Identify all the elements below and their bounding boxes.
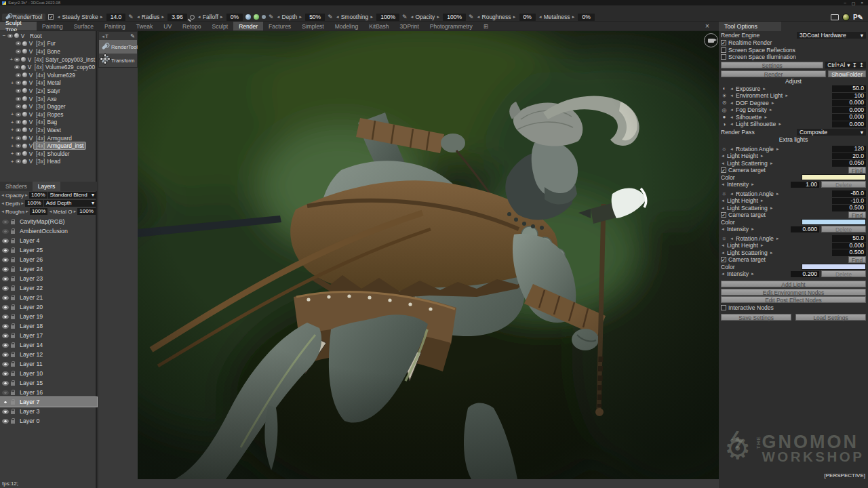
radius-value[interactable]: 3.96 — [167, 14, 187, 21]
layer-lock-icon[interactable] — [11, 316, 15, 319]
falloff-value[interactable]: 0% — [226, 14, 243, 21]
interactive-nodes-checkbox[interactable] — [721, 305, 726, 310]
layer-row[interactable]: Layer 20 — [0, 302, 97, 312]
room-tab[interactable]: Simplest — [296, 22, 330, 30]
expand-icon[interactable]: + — [9, 111, 15, 117]
magnifier-icon[interactable] — [190, 15, 195, 20]
visibility-eye-icon[interactable] — [16, 144, 21, 148]
layer-depth-value[interactable]: 100% — [25, 200, 43, 207]
add-room-icon[interactable]: ⊞ — [478, 22, 494, 30]
intensity-value[interactable]: 1.00 — [791, 182, 819, 188]
visibility-eye-icon[interactable] — [16, 136, 21, 140]
expand-icon[interactable]: + — [9, 159, 15, 165]
layer-visibility-eye-icon[interactable] — [2, 267, 9, 272]
room-tab[interactable]: 3DPrint — [395, 22, 425, 30]
tree-row[interactable]: + V [4x] Metal — [0, 79, 97, 87]
layer-visibility-eye-icon[interactable] — [2, 305, 9, 310]
visibility-eye-icon[interactable] — [16, 73, 21, 77]
paint-mode-icon[interactable]: P✎ — [853, 14, 863, 21]
edit-pencil-icon[interactable]: ✎ — [130, 33, 135, 39]
tree-row[interactable]: V [4x] Volume629_copy00 — [0, 63, 97, 71]
tree-row[interactable]: + V [4x] Armguard — [0, 134, 97, 142]
edit-pencil-icon[interactable]: ✎ — [469, 14, 474, 20]
layer-row[interactable]: Layer 11 — [0, 359, 97, 369]
tree-row[interactable]: V [4x] Volume629 — [0, 71, 97, 79]
layer-row[interactable]: Layer 18 — [0, 321, 97, 331]
light-height-value[interactable]: 20.0 — [832, 153, 866, 160]
voxel-mode-label[interactable]: V — [26, 56, 32, 63]
tree-row[interactable]: V [2x] Fur — [0, 40, 97, 48]
layer-row[interactable]: Layer 10 — [0, 369, 97, 378]
shader-ball-icon[interactable] — [22, 41, 27, 46]
layer-lock-icon[interactable] — [11, 287, 15, 291]
shader-ball-icon[interactable] — [14, 33, 19, 38]
visibility-eye-icon[interactable] — [16, 49, 21, 54]
shader-ball-icon[interactable] — [22, 81, 27, 85]
light-color-swatch[interactable] — [802, 174, 866, 180]
voxel-mode-label[interactable]: V — [20, 33, 26, 39]
viewport[interactable] — [138, 31, 719, 479]
layer-visibility-eye-icon[interactable] — [2, 371, 9, 376]
tree-row[interactable]: V [4x] Bone — [0, 47, 97, 56]
shader-ball-icon[interactable] — [22, 112, 27, 117]
adjust-value[interactable]: 0.000 — [832, 107, 866, 114]
layer-lock-icon[interactable] — [11, 401, 15, 405]
stepper-left-icon[interactable]: ◄ — [56, 15, 60, 19]
visibility-eye-icon[interactable] — [16, 159, 21, 163]
silhouette-icon[interactable]: ● ◄ Silhouette ► 0.000 — [719, 114, 868, 121]
settings-button[interactable]: Settings — [721, 62, 823, 68]
rotation-angle-value[interactable]: -80.0 — [832, 190, 866, 197]
brush-circle-icon[interactable] — [254, 14, 259, 20]
load-settings-button[interactable]: Load Settings — [795, 314, 866, 321]
layer-visibility-eye-icon[interactable] — [2, 239, 9, 243]
brush-sphere-icon[interactable] — [245, 14, 251, 20]
layer-lock-icon[interactable] — [11, 306, 15, 310]
adjust-value[interactable]: 100 — [832, 93, 866, 100]
light-color-swatch[interactable] — [802, 264, 866, 270]
layer-visibility-eye-icon[interactable] — [2, 390, 9, 395]
layer-visibility-eye-icon[interactable] — [2, 409, 9, 414]
tool-popup-item[interactable]: RenderTool — [99, 40, 137, 54]
layer-lock-icon[interactable] — [11, 411, 15, 414]
camera-target-checkbox[interactable]: ✓ — [721, 167, 726, 173]
smoothing-value[interactable]: 100% — [376, 14, 399, 21]
light-color-swatch[interactable] — [802, 219, 866, 225]
light-scattering-value[interactable]: 0.050 — [832, 160, 866, 167]
edit-pencil-icon[interactable]: ✎ — [402, 14, 408, 20]
voxel-mode-label[interactable]: V — [28, 142, 34, 149]
minimize-button[interactable]: – — [844, 1, 846, 5]
layer-lock-icon[interactable] — [11, 325, 15, 329]
layer-lock-icon[interactable] — [11, 382, 15, 386]
layer-row[interactable]: Layer 23 — [0, 274, 97, 283]
voxel-mode-label[interactable]: V — [28, 135, 34, 142]
layer-visibility-eye-icon[interactable] — [2, 296, 9, 300]
room-tab[interactable]: Factures — [263, 22, 296, 30]
visibility-eye-icon[interactable] — [16, 128, 21, 132]
shader-ball-icon[interactable] — [22, 104, 27, 109]
layer-visibility-eye-icon[interactable] — [2, 314, 9, 319]
roughness-stepper[interactable]: ◄ Roughness ► — [477, 14, 517, 20]
steady-stroke-checkbox[interactable]: ✓ — [48, 14, 54, 20]
panel-tab[interactable]: Sculpt Tree — [0, 22, 37, 30]
tree-row[interactable]: V [3x] Axe — [0, 95, 97, 103]
edit-post-effect-nodes-button[interactable]: Edit Post Effect Nodes — [721, 296, 866, 303]
brush-rotate-icon[interactable] — [262, 15, 266, 19]
voxel-mode-label[interactable]: V — [28, 40, 34, 47]
camera-target-checkbox[interactable]: ✓ — [721, 257, 726, 262]
layer-visibility-eye-icon[interactable] — [2, 400, 9, 405]
layer-row[interactable]: Layer 16 — [0, 388, 97, 397]
visibility-eye-icon[interactable] — [14, 65, 20, 69]
blend-mode-dropdown[interactable]: Standard Blend▾ — [48, 192, 97, 199]
steady-stroke-value[interactable]: 14.0 — [106, 14, 126, 21]
voxel-mode-label[interactable]: V — [26, 64, 32, 70]
fog-icon[interactable]: ◎ ◄ Fog Density ► 0.000 — [719, 106, 868, 114]
tree-row[interactable]: V [3x] Dagger — [0, 102, 97, 110]
layer-lock-icon[interactable] — [11, 240, 15, 243]
delete-light-button[interactable]: Delete — [821, 226, 866, 232]
roughness-value[interactable]: 0% — [519, 14, 536, 21]
layer-lock-icon[interactable] — [11, 221, 15, 224]
layer-lock-icon[interactable] — [11, 363, 15, 367]
visibility-eye-icon[interactable] — [14, 58, 20, 62]
voxel-mode-label[interactable]: V — [28, 111, 34, 118]
find-button[interactable]: Find — [848, 256, 866, 263]
